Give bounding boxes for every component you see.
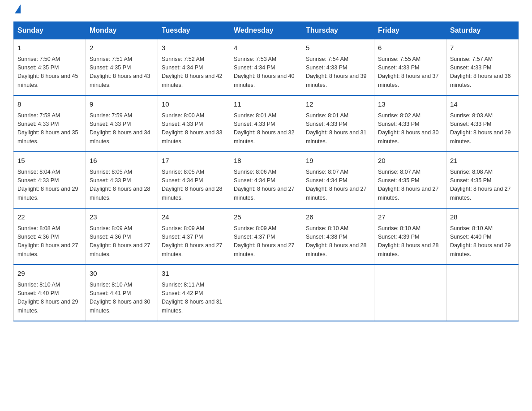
day-info: Sunrise: 8:10 AMSunset: 4:38 PMDaylight:… [306,224,370,259]
calendar-cell [230,265,302,321]
calendar-week-row: 1 Sunrise: 7:50 AMSunset: 4:35 PMDayligh… [14,39,519,96]
calendar-cell: 15 Sunrise: 8:04 AMSunset: 4:33 PMDaylig… [14,152,86,208]
day-info: Sunrise: 8:07 AMSunset: 4:34 PMDaylight:… [306,168,370,203]
day-number: 29 [17,269,82,279]
day-info: Sunrise: 8:06 AMSunset: 4:34 PMDaylight:… [234,168,298,203]
day-info: Sunrise: 8:05 AMSunset: 4:34 PMDaylight:… [162,168,226,203]
calendar-cell [446,265,519,321]
day-number: 18 [234,156,298,166]
day-of-week-header: Sunday [14,22,86,39]
calendar-cell: 27 Sunrise: 8:10 AMSunset: 4:39 PMDaylig… [374,208,446,265]
day-info: Sunrise: 8:03 AMSunset: 4:33 PMDaylight:… [450,111,515,146]
day-info: Sunrise: 7:54 AMSunset: 4:33 PMDaylight:… [306,55,370,90]
day-number: 10 [162,99,226,110]
calendar-cell: 31 Sunrise: 8:11 AMSunset: 4:42 PMDaylig… [158,265,230,321]
day-of-week-header: Tuesday [158,22,230,39]
day-info: Sunrise: 7:57 AMSunset: 4:33 PMDaylight:… [450,55,515,90]
calendar-cell: 3 Sunrise: 7:52 AMSunset: 4:34 PMDayligh… [158,39,230,96]
day-info: Sunrise: 8:10 AMSunset: 4:40 PMDaylight:… [450,224,515,259]
day-info: Sunrise: 8:00 AMSunset: 4:33 PMDaylight:… [162,111,226,146]
day-info: Sunrise: 8:07 AMSunset: 4:35 PMDaylight:… [378,168,442,203]
day-number: 8 [17,99,82,110]
day-info: Sunrise: 7:52 AMSunset: 4:34 PMDaylight:… [162,55,226,90]
day-info: Sunrise: 8:01 AMSunset: 4:33 PMDaylight:… [306,111,370,146]
calendar-cell [302,265,374,321]
day-number: 4 [234,43,298,53]
calendar-cell: 1 Sunrise: 7:50 AMSunset: 4:35 PMDayligh… [14,39,86,96]
calendar-cell: 7 Sunrise: 7:57 AMSunset: 4:33 PMDayligh… [446,39,519,96]
day-info: Sunrise: 7:53 AMSunset: 4:34 PMDaylight:… [234,55,298,90]
day-number: 13 [378,99,442,110]
day-info: Sunrise: 8:10 AMSunset: 4:41 PMDaylight:… [90,281,154,316]
calendar-cell: 12 Sunrise: 8:01 AMSunset: 4:33 PMDaylig… [302,95,374,152]
day-info: Sunrise: 7:55 AMSunset: 4:33 PMDaylight:… [378,55,442,90]
day-number: 17 [162,156,226,166]
day-info: Sunrise: 8:08 AMSunset: 4:36 PMDaylight:… [17,224,82,259]
calendar-cell: 22 Sunrise: 8:08 AMSunset: 4:36 PMDaylig… [14,208,86,265]
day-info: Sunrise: 8:08 AMSunset: 4:35 PMDaylight:… [450,168,515,203]
day-number: 1 [17,43,82,53]
day-number: 2 [90,43,154,53]
day-number: 14 [450,99,515,110]
calendar-cell: 25 Sunrise: 8:09 AMSunset: 4:37 PMDaylig… [230,208,302,265]
day-info: Sunrise: 8:09 AMSunset: 4:37 PMDaylight:… [234,224,298,259]
day-number: 25 [234,212,298,223]
day-number: 3 [162,43,226,53]
day-info: Sunrise: 7:59 AMSunset: 4:33 PMDaylight:… [90,111,154,146]
day-number: 16 [90,156,154,166]
day-info: Sunrise: 8:05 AMSunset: 4:33 PMDaylight:… [90,168,154,203]
day-of-week-header: Wednesday [230,22,302,39]
day-number: 12 [306,99,370,110]
day-number: 31 [162,269,226,279]
day-number: 30 [90,269,154,279]
day-info: Sunrise: 8:09 AMSunset: 4:37 PMDaylight:… [162,224,226,259]
calendar-cell [374,265,446,321]
day-info: Sunrise: 8:10 AMSunset: 4:40 PMDaylight:… [17,281,82,316]
calendar-cell: 24 Sunrise: 8:09 AMSunset: 4:37 PMDaylig… [158,208,230,265]
day-number: 24 [162,212,226,223]
calendar-header: SundayMondayTuesdayWednesdayThursdayFrid… [14,22,519,39]
day-of-week-header: Monday [86,22,158,39]
calendar-cell: 9 Sunrise: 7:59 AMSunset: 4:33 PMDayligh… [86,95,158,152]
calendar-cell: 29 Sunrise: 8:10 AMSunset: 4:40 PMDaylig… [14,265,86,321]
day-number: 5 [306,43,370,53]
day-number: 6 [378,43,442,53]
day-of-week-header: Saturday [446,22,519,39]
day-info: Sunrise: 7:50 AMSunset: 4:35 PMDaylight:… [17,55,82,90]
calendar-cell: 28 Sunrise: 8:10 AMSunset: 4:40 PMDaylig… [446,208,519,265]
calendar-week-row: 15 Sunrise: 8:04 AMSunset: 4:33 PMDaylig… [14,152,519,208]
day-info: Sunrise: 8:04 AMSunset: 4:33 PMDaylight:… [17,168,82,203]
calendar-cell: 11 Sunrise: 8:01 AMSunset: 4:33 PMDaylig… [230,95,302,152]
calendar-cell: 6 Sunrise: 7:55 AMSunset: 4:33 PMDayligh… [374,39,446,96]
day-info: Sunrise: 8:09 AMSunset: 4:36 PMDaylight:… [90,224,154,259]
calendar-week-row: 29 Sunrise: 8:10 AMSunset: 4:40 PMDaylig… [14,265,519,321]
calendar-cell: 21 Sunrise: 8:08 AMSunset: 4:35 PMDaylig… [446,152,519,208]
day-number: 15 [17,156,82,166]
calendar-cell: 19 Sunrise: 8:07 AMSunset: 4:34 PMDaylig… [302,152,374,208]
calendar-cell: 13 Sunrise: 8:02 AMSunset: 4:33 PMDaylig… [374,95,446,152]
day-info: Sunrise: 8:01 AMSunset: 4:33 PMDaylight:… [234,111,298,146]
day-number: 28 [450,212,515,223]
day-number: 26 [306,212,370,223]
day-info: Sunrise: 8:02 AMSunset: 4:33 PMDaylight:… [378,111,442,146]
calendar-table: SundayMondayTuesdayWednesdayThursdayFrid… [13,21,519,321]
calendar-cell: 18 Sunrise: 8:06 AMSunset: 4:34 PMDaylig… [230,152,302,208]
calendar-cell: 5 Sunrise: 7:54 AMSunset: 4:33 PMDayligh… [302,39,374,96]
calendar-cell: 30 Sunrise: 8:10 AMSunset: 4:41 PMDaylig… [86,265,158,321]
calendar-week-row: 22 Sunrise: 8:08 AMSunset: 4:36 PMDaylig… [14,208,519,265]
calendar-cell: 20 Sunrise: 8:07 AMSunset: 4:35 PMDaylig… [374,152,446,208]
calendar-week-row: 8 Sunrise: 7:58 AMSunset: 4:33 PMDayligh… [14,95,519,152]
day-header-row: SundayMondayTuesdayWednesdayThursdayFrid… [14,22,519,39]
calendar-cell: 10 Sunrise: 8:00 AMSunset: 4:33 PMDaylig… [158,95,230,152]
day-number: 21 [450,156,515,166]
day-info: Sunrise: 7:51 AMSunset: 4:35 PMDaylight:… [90,55,154,90]
calendar-cell: 14 Sunrise: 8:03 AMSunset: 4:33 PMDaylig… [446,95,519,152]
day-number: 20 [378,156,442,166]
day-number: 9 [90,99,154,110]
day-info: Sunrise: 7:58 AMSunset: 4:33 PMDaylight:… [17,111,82,146]
calendar-cell: 16 Sunrise: 8:05 AMSunset: 4:33 PMDaylig… [86,152,158,208]
day-number: 7 [450,43,515,53]
calendar-cell: 23 Sunrise: 8:09 AMSunset: 4:36 PMDaylig… [86,208,158,265]
day-of-week-header: Thursday [302,22,374,39]
calendar-cell: 8 Sunrise: 7:58 AMSunset: 4:33 PMDayligh… [14,95,86,152]
